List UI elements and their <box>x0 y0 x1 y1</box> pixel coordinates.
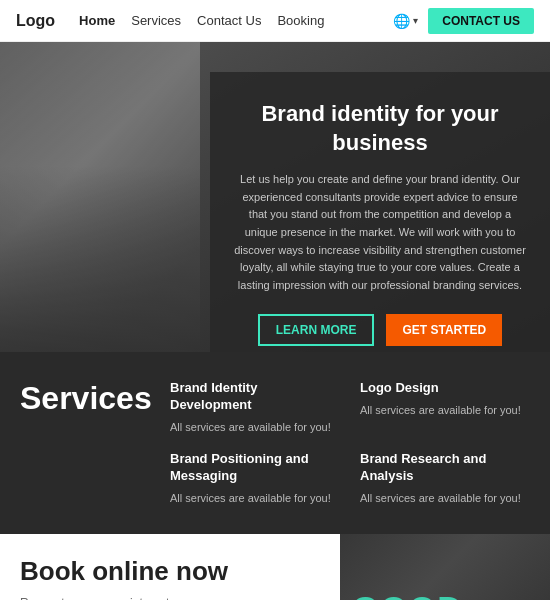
nav-booking[interactable]: Booking <box>277 13 324 28</box>
get-started-button[interactable]: GET STARTED <box>386 314 502 346</box>
nav-home[interactable]: Home <box>79 13 115 28</box>
hero-section: Brand identity for your business Let us … <box>0 42 550 352</box>
navbar-right: 🌐 ▾ CONTACT US <box>393 8 534 34</box>
book-right-image: GOOD VIBES <box>340 534 550 600</box>
nav-links: Home Services Contact Us Booking <box>79 13 393 28</box>
language-selector[interactable]: 🌐 ▾ <box>393 13 418 29</box>
service-card-2-title: Logo Design <box>360 380 530 397</box>
service-card-4: Brand Research and Analysis All services… <box>360 451 530 506</box>
hero-buttons: LEARN MORE GET STARTED <box>234 314 526 346</box>
services-grid: Brand Identity Development All services … <box>170 380 530 506</box>
globe-icon: 🌐 <box>393 13 410 29</box>
hero-image <box>0 42 200 352</box>
services-title-col: Services <box>20 380 170 506</box>
service-card-2: Logo Design All services are available f… <box>360 380 530 435</box>
hero-content: Brand identity for your business Let us … <box>210 72 550 352</box>
nav-contact[interactable]: Contact Us <box>197 13 261 28</box>
service-card-4-desc: All services are available for you! <box>360 491 530 506</box>
book-left: Book online now Request a new appointmen… <box>0 534 340 600</box>
book-subtitle: Request a new appointment <box>20 596 320 600</box>
logo: Logo <box>16 12 55 30</box>
chevron-down-icon: ▾ <box>413 15 418 26</box>
service-card-1-desc: All services are available for you! <box>170 420 340 435</box>
nav-services[interactable]: Services <box>131 13 181 28</box>
book-section: Book online now Request a new appointmen… <box>0 534 550 600</box>
service-card-2-desc: All services are available for you! <box>360 403 530 418</box>
hero-description: Let us help you create and define your b… <box>234 171 526 294</box>
services-heading: Services <box>20 380 170 417</box>
book-bg-text: GOOD VIBES <box>352 590 464 600</box>
contact-button[interactable]: CONTACT US <box>428 8 534 34</box>
navbar: Logo Home Services Contact Us Booking 🌐 … <box>0 0 550 42</box>
learn-more-button[interactable]: LEARN MORE <box>258 314 375 346</box>
book-title: Book online now <box>20 556 320 587</box>
book-bg-line1: GOOD <box>352 589 464 600</box>
service-card-1: Brand Identity Development All services … <box>170 380 340 435</box>
service-card-3-desc: All services are available for you! <box>170 491 340 506</box>
hero-title: Brand identity for your business <box>234 100 526 157</box>
service-card-3-title: Brand Positioning and Messaging <box>170 451 340 485</box>
service-card-3: Brand Positioning and Messaging All serv… <box>170 451 340 506</box>
service-card-4-title: Brand Research and Analysis <box>360 451 530 485</box>
service-card-1-title: Brand Identity Development <box>170 380 340 414</box>
services-section: Services Brand Identity Development All … <box>0 352 550 534</box>
